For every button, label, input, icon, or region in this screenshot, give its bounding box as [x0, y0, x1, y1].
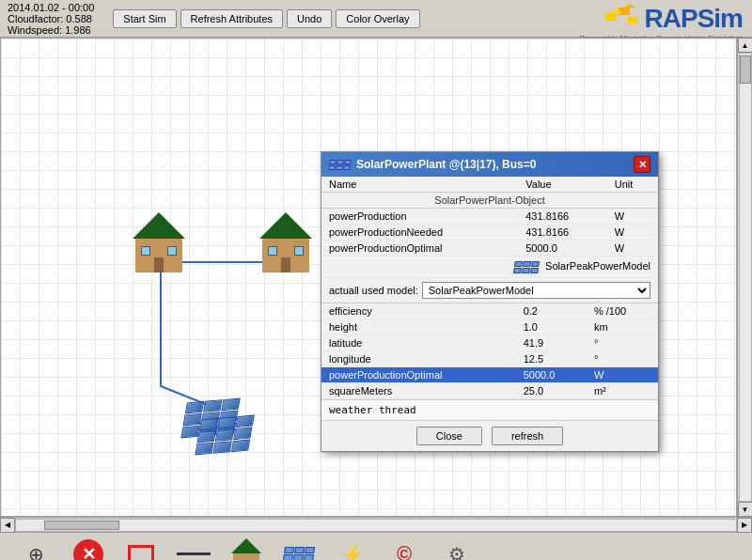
table-row: efficiency 0.2 % /100 [321, 303, 658, 319]
row-value: 1.0 [516, 319, 587, 334]
solar-cell-icon [284, 547, 294, 553]
house-window-left-l [141, 246, 150, 256]
toolbar-info: 2014.01.02 - 00:00 Cloudfactor: 0.588 Wi… [8, 2, 94, 36]
scroll-up-arrow[interactable]: ▲ [738, 38, 753, 53]
row-unit: W [607, 225, 658, 241]
canvas-area[interactable]: SolarPowerPlant @(13|17), Bus=0 ✕ Name V… [0, 38, 737, 517]
row-name: powerProductionOptimal [321, 241, 518, 257]
lightning-tool[interactable]: ⚡ [335, 537, 368, 561]
dialog-title-text: SolarPowerPlant @(13|17), Bus=0 [356, 158, 536, 171]
svg-rect-0 [605, 13, 617, 21]
gear-icon: ⚙ [448, 543, 465, 561]
row-name: powerProduction [321, 209, 518, 225]
model-selector-label: actuall used model: [329, 285, 418, 296]
table-row: height 1.0 km [321, 319, 658, 334]
copyright-tool[interactable]: © [387, 537, 421, 561]
solar-cell [221, 398, 240, 412]
color-overlay-button[interactable]: Color Overlay [336, 9, 419, 28]
scroll-right-arrow[interactable]: ▶ [737, 518, 752, 533]
close-icon: ✕ [73, 539, 103, 561]
row-name: latitude [321, 334, 516, 350]
undo-button[interactable]: Undo [287, 9, 332, 28]
h-scroll-thumb[interactable] [44, 521, 119, 530]
toolbar-buttons: Start Sim Refresh Attributes Undo Color … [113, 9, 419, 28]
dialog-titlebar: SolarPowerPlant @(13|17), Bus=0 ✕ [321, 152, 658, 177]
row-name: efficiency [321, 303, 516, 319]
dialog-content: Name Value Unit SolarPowerPlant-Object p… [321, 177, 658, 451]
house-roof-right [259, 212, 312, 239]
row-value: 0.2 [516, 303, 587, 319]
model-selector-dropdown[interactable]: SolarPeakPowerModel [422, 282, 650, 299]
svg-marker-4 [624, 4, 635, 8]
solar-cell [233, 428, 252, 441]
move-icon: ⊕ [28, 543, 44, 561]
row-name: height [321, 319, 516, 334]
cloudfactor-label: Cloudfactor: 0.588 [8, 13, 94, 24]
solar-cell [217, 416, 236, 429]
solar-cell-icon [304, 554, 314, 560]
solar-cell-icon [293, 554, 304, 560]
section-header-row: SolarPowerPlant-Object [321, 193, 658, 209]
dialog-buttons: Close refresh [321, 421, 658, 451]
gear-tool[interactable]: ⚙ [440, 537, 474, 561]
solar-cell [199, 418, 218, 431]
refresh-attributes-button[interactable]: Refresh Attributes [180, 9, 283, 28]
scroll-thumb[interactable] [740, 55, 751, 84]
house-left[interactable] [133, 212, 185, 272]
datetime-label: 2014.01.02 - 00:00 [8, 2, 94, 13]
logo-icon [603, 4, 641, 34]
house-icon [231, 538, 261, 561]
solar-cell [185, 401, 204, 414]
move-tool[interactable]: ⊕ [19, 537, 53, 561]
weather-section: weather thread [321, 399, 658, 421]
weather-label: weather thread [329, 404, 416, 416]
dialog-close-button[interactable]: Close [416, 427, 482, 445]
toolbar: 2014.01.02 - 00:00 Cloudfactor: 0.588 Wi… [0, 0, 752, 38]
scroll-down-arrow[interactable]: ▼ [738, 502, 753, 517]
vertical-scrollbar[interactable]: ▲ ▼ [737, 38, 752, 517]
dialog-refresh-button[interactable]: refresh [492, 427, 563, 445]
house-roof-left [133, 212, 185, 239]
delete-tool[interactable]: ✕ [71, 537, 105, 561]
solar-cell [231, 440, 250, 453]
row-value: 25.0 [516, 382, 587, 398]
dialog-detail-table: efficiency 0.2 % /100 height 1.0 km lati… [321, 303, 658, 399]
solar-cell [195, 443, 213, 456]
house-roof-icon [231, 538, 261, 553]
solar-cell [213, 441, 232, 454]
solar-cell [203, 399, 222, 412]
line-tool[interactable] [177, 537, 211, 561]
solar-cell [197, 430, 216, 443]
solar-panel-group[interactable] [184, 400, 237, 436]
row-name: powerProductionOptimal [321, 366, 516, 382]
rect-tool[interactable] [124, 537, 158, 561]
solar-cell [180, 426, 199, 439]
lightning-icon: ⚡ [340, 543, 364, 561]
row-value: 431.8166 [518, 225, 606, 241]
line-icon [177, 552, 211, 555]
row-name: squareMeters [321, 382, 516, 398]
house-tool[interactable] [229, 537, 263, 561]
solar-plant-dialog: SolarPowerPlant @(13|17), Bus=0 ✕ Name V… [321, 151, 659, 452]
model-solar-icon [513, 261, 540, 273]
house-right[interactable] [259, 212, 312, 272]
logo-title: RAPSim [645, 6, 743, 32]
solar-icon [283, 547, 315, 560]
solar-tool[interactable] [282, 537, 316, 561]
row-unit: ° [587, 334, 658, 350]
row-name: powerProductionNeeded [321, 225, 518, 241]
scroll-track[interactable] [739, 53, 752, 502]
row-unit: % /100 [587, 303, 658, 319]
app-logo: RAPSim Renewable Alternative Powersystem… [580, 4, 743, 42]
scroll-left-arrow[interactable]: ◀ [0, 518, 15, 533]
solar-cell [235, 415, 254, 428]
highlighted-table-row: powerProductionOptimal 5000.0 W [321, 366, 658, 382]
bottom-toolbar: ⊕ ✕ ⚡ © ⚙ [0, 532, 752, 560]
dialog-title: SolarPowerPlant @(13|17), Bus=0 [329, 158, 536, 171]
h-scroll-track[interactable] [15, 519, 737, 532]
start-sim-button[interactable]: Start Sim [113, 9, 176, 28]
dialog-close-x-button[interactable]: ✕ [634, 156, 650, 173]
table-row: squareMeters 25.0 m² [321, 382, 658, 398]
table-row: powerProductionOptimal 5000.0 W [321, 241, 658, 257]
horizontal-scrollbar[interactable]: ◀ ▶ [0, 517, 752, 532]
